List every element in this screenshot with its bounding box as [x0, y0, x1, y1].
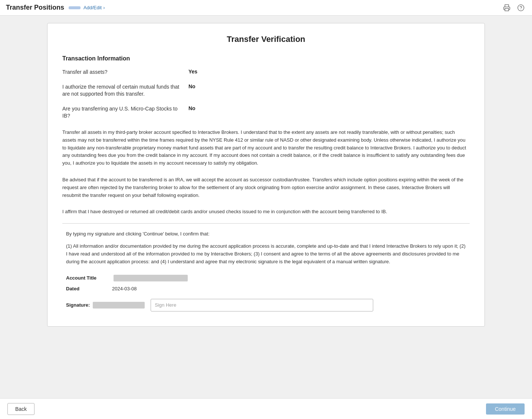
main-content: Transfer Verification Transaction Inform… [0, 16, 532, 398]
help-icon [517, 4, 525, 11]
dated-value: 2024-03-08 [112, 286, 137, 291]
account-title-row: Account Title [66, 275, 466, 281]
field-value-3: No [188, 105, 196, 111]
card-title: Transfer Verification [62, 34, 470, 44]
svg-point-0 [518, 4, 524, 11]
page-title: Transfer Positions [6, 4, 64, 11]
sign-here-input[interactable] [151, 299, 373, 311]
field-label-1: Transfer all assets? [62, 69, 181, 76]
svg-point-1 [520, 9, 521, 9]
legal-paragraph-2: Be advised that if the account to be tra… [62, 176, 470, 199]
legal-paragraph-1: Transfer all assets in my third-party br… [62, 129, 470, 167]
addedit-link[interactable]: Add/Edit › [83, 5, 105, 10]
field-value-1: Yes [188, 69, 197, 75]
section-title: Transaction Information [62, 55, 470, 62]
footer: Back Continue [0, 398, 532, 419]
field-value-2: No [188, 83, 196, 89]
field-label-2: I authorize the removal of certain mutua… [62, 83, 181, 98]
signature-masked [93, 302, 145, 309]
back-button[interactable]: Back [7, 403, 35, 415]
addedit-label: Add/Edit [83, 5, 102, 10]
breadcrumb-button[interactable] [69, 6, 81, 9]
print-icon [503, 4, 510, 11]
legal-paragraph-3: I affirm that I have destroyed or return… [62, 208, 470, 216]
dated-label: Dated [66, 286, 111, 291]
info-row-3: Are you transferring any U.S. Micro-Cap … [62, 105, 470, 120]
section-divider [62, 223, 470, 224]
header: Transfer Positions Add/Edit › [0, 0, 532, 16]
signature-section: By typing my signature and clicking 'Con… [62, 231, 470, 311]
signature-row: Signature: [66, 299, 466, 311]
info-row-2: I authorize the removal of certain mutua… [62, 83, 470, 98]
card: Transfer Verification Transaction Inform… [47, 23, 485, 327]
info-row-1: Transfer all assets? Yes [62, 69, 470, 76]
continue-button[interactable]: Continue [486, 403, 525, 415]
dated-row: Dated 2024-03-08 [66, 286, 466, 291]
print-button[interactable] [502, 3, 512, 13]
field-label-3: Are you transferring any U.S. Micro-Cap … [62, 105, 181, 120]
chevron-right-icon: › [103, 5, 105, 10]
sig-legal-text: (1) All information and/or documentation… [66, 243, 466, 265]
account-title-masked [114, 275, 188, 281]
signature-label: Signature: [66, 302, 90, 308]
header-icons [502, 3, 526, 13]
help-button[interactable] [516, 3, 526, 13]
account-title-label: Account Title [66, 275, 111, 281]
confirm-text: By typing my signature and clicking 'Con… [66, 231, 466, 237]
